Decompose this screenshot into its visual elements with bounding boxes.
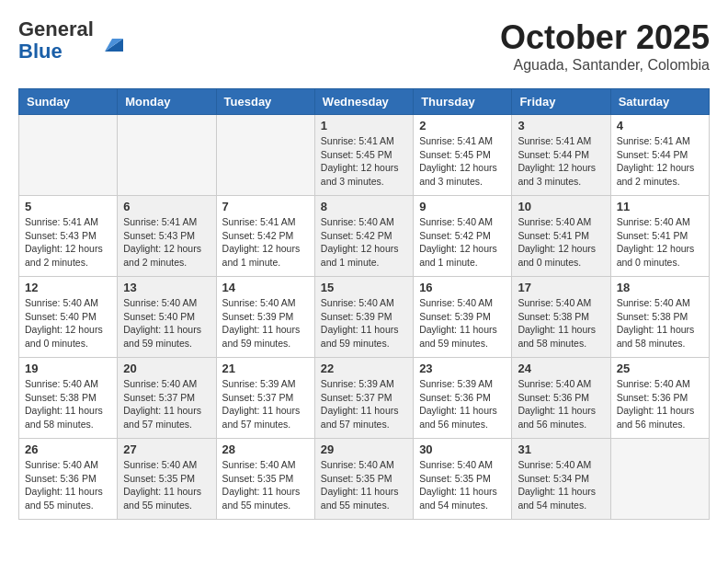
day-info: Sunrise: 5:40 AMSunset: 5:36 PMDaylight:…	[518, 377, 604, 431]
day-number: 14	[222, 281, 309, 294]
day-info: Sunrise: 5:40 AMSunset: 5:40 PMDaylight:…	[123, 296, 210, 350]
day-info: Sunrise: 5:40 AMSunset: 5:41 PMDaylight:…	[617, 215, 703, 270]
weekday-header-saturday: Saturday	[610, 89, 709, 115]
calendar-week-row: 26Sunrise: 5:40 AMSunset: 5:36 PMDayligh…	[19, 439, 710, 520]
day-info: Sunrise: 5:39 AMSunset: 5:37 PMDaylight:…	[321, 377, 407, 431]
calendar-cell: 24Sunrise: 5:40 AMSunset: 5:36 PMDayligh…	[512, 358, 610, 439]
day-number: 22	[321, 362, 407, 375]
logo: General Blue	[18, 18, 127, 63]
calendar-cell: 21Sunrise: 5:39 AMSunset: 5:37 PMDayligh…	[216, 358, 314, 439]
day-info: Sunrise: 5:40 AMSunset: 5:38 PMDaylight:…	[518, 296, 604, 350]
calendar-table: SundayMondayTuesdayWednesdayThursdayFrid…	[18, 88, 710, 520]
weekday-header-thursday: Thursday	[414, 89, 512, 115]
day-info: Sunrise: 5:41 AMSunset: 5:45 PMDaylight:…	[321, 134, 407, 189]
logo-blue-text: Blue	[18, 40, 63, 63]
day-info: Sunrise: 5:41 AMSunset: 5:44 PMDaylight:…	[518, 134, 604, 189]
day-info: Sunrise: 5:40 AMSunset: 5:42 PMDaylight:…	[419, 215, 506, 270]
day-info: Sunrise: 5:40 AMSunset: 5:35 PMDaylight:…	[419, 458, 506, 512]
calendar-cell: 12Sunrise: 5:40 AMSunset: 5:40 PMDayligh…	[19, 277, 118, 358]
weekday-header-friday: Friday	[512, 89, 610, 115]
day-info: Sunrise: 5:40 AMSunset: 5:38 PMDaylight:…	[25, 377, 111, 431]
calendar-cell	[610, 439, 709, 520]
day-number: 1	[321, 119, 407, 132]
day-number: 5	[25, 200, 111, 213]
day-number: 18	[617, 281, 703, 294]
day-number: 25	[617, 362, 703, 375]
day-info: Sunrise: 5:40 AMSunset: 5:39 PMDaylight:…	[222, 296, 309, 350]
calendar-cell: 27Sunrise: 5:40 AMSunset: 5:35 PMDayligh…	[118, 439, 216, 520]
day-number: 6	[123, 200, 210, 213]
calendar-cell: 30Sunrise: 5:40 AMSunset: 5:35 PMDayligh…	[414, 439, 512, 520]
day-number: 3	[518, 119, 604, 132]
day-info: Sunrise: 5:41 AMSunset: 5:43 PMDaylight:…	[25, 215, 111, 270]
day-number: 10	[518, 200, 604, 213]
day-info: Sunrise: 5:41 AMSunset: 5:45 PMDaylight:…	[419, 134, 506, 189]
weekday-header-row: SundayMondayTuesdayWednesdayThursdayFrid…	[19, 89, 710, 115]
weekday-header-monday: Monday	[118, 89, 216, 115]
calendar-cell: 8Sunrise: 5:40 AMSunset: 5:42 PMDaylight…	[314, 196, 413, 277]
logo-icon	[97, 26, 127, 55]
day-number: 28	[222, 442, 309, 456]
calendar-cell: 31Sunrise: 5:40 AMSunset: 5:34 PMDayligh…	[512, 439, 610, 520]
calendar-cell	[216, 115, 314, 196]
calendar-cell: 11Sunrise: 5:40 AMSunset: 5:41 PMDayligh…	[610, 196, 709, 277]
day-info: Sunrise: 5:39 AMSunset: 5:36 PMDaylight:…	[419, 377, 506, 431]
day-number: 29	[321, 442, 407, 456]
calendar-cell: 29Sunrise: 5:40 AMSunset: 5:35 PMDayligh…	[314, 439, 413, 520]
calendar-cell: 15Sunrise: 5:40 AMSunset: 5:39 PMDayligh…	[314, 277, 413, 358]
day-number: 27	[123, 442, 210, 456]
calendar-cell	[19, 115, 118, 196]
day-info: Sunrise: 5:40 AMSunset: 5:37 PMDaylight:…	[123, 377, 210, 431]
weekday-header-wednesday: Wednesday	[314, 89, 413, 115]
day-info: Sunrise: 5:41 AMSunset: 5:44 PMDaylight:…	[617, 134, 703, 189]
day-number: 26	[25, 442, 111, 456]
calendar-cell: 10Sunrise: 5:40 AMSunset: 5:41 PMDayligh…	[512, 196, 610, 277]
calendar-week-row: 12Sunrise: 5:40 AMSunset: 5:40 PMDayligh…	[19, 277, 710, 358]
day-number: 21	[222, 362, 309, 375]
calendar-cell: 7Sunrise: 5:41 AMSunset: 5:42 PMDaylight…	[216, 196, 314, 277]
calendar-week-row: 19Sunrise: 5:40 AMSunset: 5:38 PMDayligh…	[19, 358, 710, 439]
day-info: Sunrise: 5:40 AMSunset: 5:35 PMDaylight:…	[321, 458, 407, 512]
day-number: 9	[419, 200, 506, 213]
calendar-cell: 20Sunrise: 5:40 AMSunset: 5:37 PMDayligh…	[118, 358, 216, 439]
day-number: 31	[518, 442, 604, 456]
calendar-cell: 16Sunrise: 5:40 AMSunset: 5:39 PMDayligh…	[414, 277, 512, 358]
day-number: 24	[518, 362, 604, 375]
location: Aguada, Santander, Colombia	[500, 57, 710, 74]
calendar-cell: 3Sunrise: 5:41 AMSunset: 5:44 PMDaylight…	[512, 115, 610, 196]
month-title: October 2025	[500, 18, 710, 57]
weekday-header-sunday: Sunday	[19, 89, 118, 115]
day-number: 7	[222, 200, 309, 213]
day-number: 23	[419, 362, 506, 375]
calendar-cell: 5Sunrise: 5:41 AMSunset: 5:43 PMDaylight…	[19, 196, 118, 277]
day-number: 8	[321, 200, 407, 213]
calendar-cell: 2Sunrise: 5:41 AMSunset: 5:45 PMDaylight…	[414, 115, 512, 196]
day-info: Sunrise: 5:39 AMSunset: 5:37 PMDaylight:…	[222, 377, 309, 431]
day-info: Sunrise: 5:41 AMSunset: 5:42 PMDaylight:…	[222, 215, 309, 270]
calendar-cell: 14Sunrise: 5:40 AMSunset: 5:39 PMDayligh…	[216, 277, 314, 358]
weekday-header-tuesday: Tuesday	[216, 89, 314, 115]
day-number: 12	[25, 281, 111, 294]
day-number: 2	[419, 119, 506, 132]
calendar-week-row: 5Sunrise: 5:41 AMSunset: 5:43 PMDaylight…	[19, 196, 710, 277]
title-block: October 2025 Aguada, Santander, Colombia	[500, 18, 710, 74]
day-info: Sunrise: 5:40 AMSunset: 5:39 PMDaylight:…	[419, 296, 506, 350]
calendar-week-row: 1Sunrise: 5:41 AMSunset: 5:45 PMDaylight…	[19, 115, 710, 196]
day-number: 13	[123, 281, 210, 294]
day-info: Sunrise: 5:40 AMSunset: 5:36 PMDaylight:…	[617, 377, 703, 431]
day-info: Sunrise: 5:40 AMSunset: 5:39 PMDaylight:…	[321, 296, 407, 350]
day-info: Sunrise: 5:40 AMSunset: 5:35 PMDaylight:…	[222, 458, 309, 512]
day-number: 11	[617, 200, 703, 213]
calendar-cell: 1Sunrise: 5:41 AMSunset: 5:45 PMDaylight…	[314, 115, 413, 196]
calendar-cell: 23Sunrise: 5:39 AMSunset: 5:36 PMDayligh…	[414, 358, 512, 439]
calendar-cell: 22Sunrise: 5:39 AMSunset: 5:37 PMDayligh…	[314, 358, 413, 439]
calendar-cell: 19Sunrise: 5:40 AMSunset: 5:38 PMDayligh…	[19, 358, 118, 439]
calendar-cell: 28Sunrise: 5:40 AMSunset: 5:35 PMDayligh…	[216, 439, 314, 520]
day-info: Sunrise: 5:40 AMSunset: 5:40 PMDaylight:…	[25, 296, 111, 350]
day-info: Sunrise: 5:40 AMSunset: 5:35 PMDaylight:…	[123, 458, 210, 512]
day-info: Sunrise: 5:40 AMSunset: 5:42 PMDaylight:…	[321, 215, 407, 270]
day-number: 30	[419, 442, 506, 456]
day-info: Sunrise: 5:40 AMSunset: 5:38 PMDaylight:…	[617, 296, 703, 350]
calendar-cell: 9Sunrise: 5:40 AMSunset: 5:42 PMDaylight…	[414, 196, 512, 277]
calendar-cell	[118, 115, 216, 196]
